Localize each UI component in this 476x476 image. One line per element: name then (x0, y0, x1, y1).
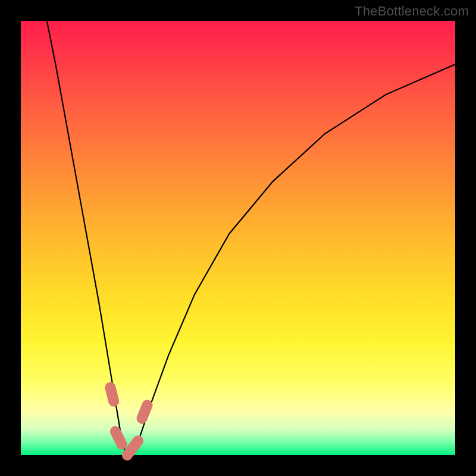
marker-group (110, 387, 147, 455)
chart-frame: TheBottleneck.com (0, 0, 476, 476)
marker-left-shoulder (110, 387, 114, 401)
marker-right-shoulder (142, 405, 148, 418)
curve-svg (21, 21, 455, 455)
marker-trough-right (130, 441, 138, 452)
marker-trough-left (115, 431, 122, 444)
plot-area (21, 21, 455, 455)
watermark-text: TheBottleneck.com (355, 4, 469, 19)
